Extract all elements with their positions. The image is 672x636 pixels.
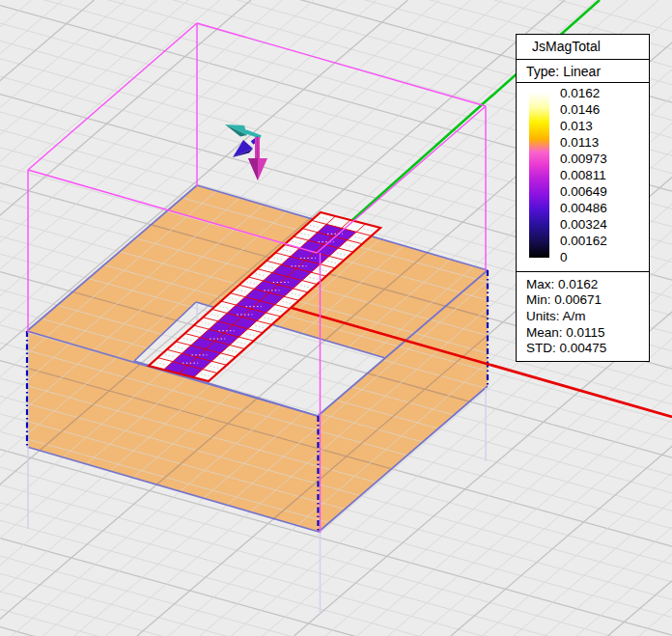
scale-tick-label: 0 [560,250,568,264]
scale-tick-label: 0.0162 [560,86,600,100]
legend-scale-type: Type: Linear [516,59,650,84]
triad-arrow-x-icon [245,131,261,137]
stat-min: Min: 0.00671 [526,292,649,309]
scale-tick-label: 0.00324 [560,217,607,232]
scale-tick-label: 0.00649 [560,184,607,199]
scale-tick-label: 0.00486 [560,201,607,215]
scale-tick-label: 0.00973 [560,152,607,166]
scale-tick-label: 0.00811 [560,168,606,182]
legend-color-scale: 0.0162 0.0146 0.013 0.0113 0.00973 0.008… [516,82,650,272]
scale-tick-label: 0.0113 [560,135,599,150]
scale-tick-label: 0.00162 [560,234,607,248]
stat-units: Units: A/m [526,309,649,325]
stat-mean: Mean: 0.0115 [526,325,649,342]
color-scale-bar [529,93,549,258]
3d-modeler-viewport[interactable]: JsMagTotal Type: Linear 0.0162 0.0146 0.… [0,0,672,636]
legend-statistics: Max: 0.0162 Min: 0.00671 Units: A/m Mean… [516,271,650,362]
scale-tick-label: 0.0146 [560,102,600,117]
stat-max: Max: 0.0162 [526,277,649,293]
scale-tick-label: 0.013 [560,119,593,133]
legend-title: JsMagTotal [516,34,650,60]
stat-std: STD: 0.00475 [526,341,649,357]
field-plot-legend: JsMagTotal Type: Linear 0.0162 0.0146 0.… [516,34,650,362]
